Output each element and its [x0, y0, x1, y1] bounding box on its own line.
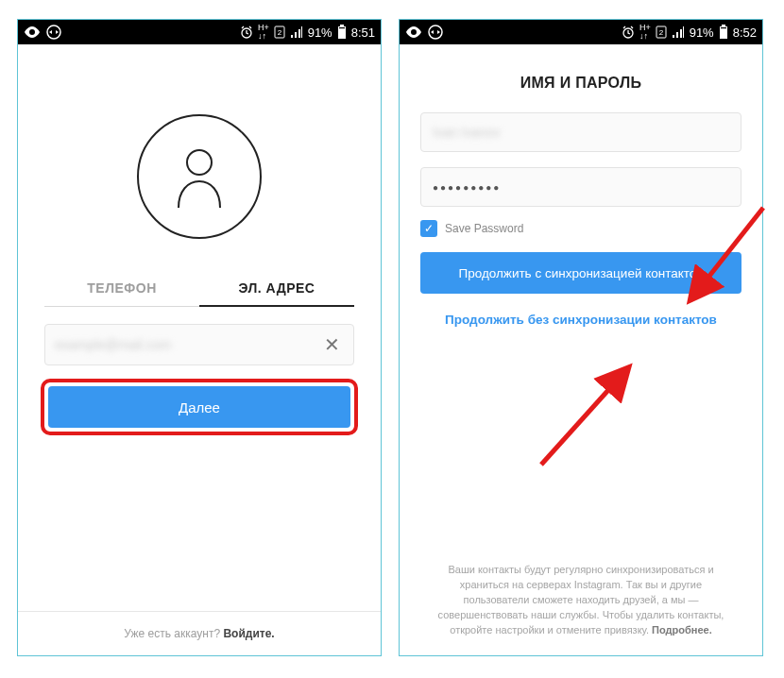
- battery-icon: [337, 25, 347, 40]
- status-bar: H+↓↑ 2 91% 8:51: [18, 20, 381, 44]
- eye-icon: [24, 26, 41, 38]
- status-bar: H+↓↑ 2 91% 8:52: [400, 20, 762, 44]
- battery-icon: [719, 25, 728, 40]
- email-value: example@mail.com: [55, 337, 320, 352]
- save-password-row[interactable]: ✓ Save Password: [420, 220, 741, 237]
- signal-icon: [290, 26, 303, 38]
- learn-more-link[interactable]: Подробнее.: [652, 624, 712, 636]
- login-link[interactable]: Войдите.: [223, 627, 274, 640]
- sim2-icon: 2: [656, 25, 667, 39]
- sync-disclaimer: Ваши контакты будут регулярно синхронизи…: [400, 548, 762, 655]
- svg-point-7: [187, 150, 212, 175]
- email-field[interactable]: example@mail.com ✕: [44, 324, 354, 365]
- signup-tabs: ТЕЛЕФОН ЭЛ. АДРЕС: [44, 271, 354, 307]
- teamviewer-icon: [428, 25, 443, 40]
- signup-screen: ТЕЛЕФОН ЭЛ. АДРЕС example@mail.com ✕ Дал…: [18, 44, 381, 655]
- eye-icon: [405, 26, 422, 38]
- battery-percent: 91%: [690, 25, 714, 40]
- network-icon: H+↓↑: [258, 24, 269, 41]
- name-password-screen: ИМЯ И ПАРОЛЬ Ivan Ivanov ●●●●●●●●● ✓ Sav…: [400, 44, 762, 655]
- teamviewer-icon: [46, 25, 61, 40]
- highlight-annotation: Далее: [41, 379, 358, 435]
- next-button[interactable]: Далее: [48, 386, 350, 428]
- name-field[interactable]: Ivan Ivanov: [420, 112, 741, 152]
- network-icon: H+↓↑: [639, 24, 651, 41]
- sim2-icon: 2: [274, 25, 285, 39]
- phone-left: H+↓↑ 2 91% 8:51 ТЕЛЕФОН ЭЛ: [17, 19, 382, 656]
- alarm-icon: [240, 25, 253, 39]
- svg-text:2: 2: [277, 28, 281, 37]
- avatar-placeholder: [18, 114, 381, 239]
- password-field[interactable]: ●●●●●●●●●: [420, 167, 741, 207]
- clock: 8:52: [733, 25, 757, 40]
- page-title: ИМЯ И ПАРОЛЬ: [400, 75, 762, 92]
- login-footer: Уже есть аккаунт? Войдите.: [18, 611, 381, 655]
- svg-rect-6: [339, 27, 345, 28]
- signal-icon: [672, 26, 685, 38]
- tab-phone[interactable]: ТЕЛЕФОН: [44, 271, 199, 307]
- tab-email[interactable]: ЭЛ. АДРЕС: [199, 271, 354, 307]
- checkbox-checked-icon[interactable]: ✓: [420, 220, 437, 237]
- svg-rect-14: [721, 27, 726, 28]
- continue-no-sync-link[interactable]: Продолжить без синхронизации контактов: [420, 313, 741, 327]
- svg-text:2: 2: [658, 28, 663, 37]
- arrow-annotation-2: [532, 356, 645, 469]
- svg-rect-13: [722, 25, 725, 26]
- person-icon: [173, 145, 226, 208]
- continue-sync-button[interactable]: Продолжить с синхронизацией контактов: [420, 252, 741, 294]
- footer-prefix: Уже есть аккаунт?: [124, 627, 223, 640]
- save-password-label: Save Password: [445, 222, 523, 235]
- name-value: Ivan Ivanov: [433, 125, 729, 140]
- password-mask: ●●●●●●●●●: [433, 182, 501, 193]
- alarm-icon: [622, 25, 635, 39]
- clear-icon[interactable]: ✕: [320, 333, 344, 356]
- phone-right: H+↓↑ 2 91% 8:52 ИМЯ И ПАРОЛЬ Ivan Ivanov…: [399, 19, 763, 656]
- svg-rect-5: [340, 25, 344, 26]
- clock: 8:51: [351, 25, 375, 40]
- battery-percent: 91%: [308, 25, 332, 40]
